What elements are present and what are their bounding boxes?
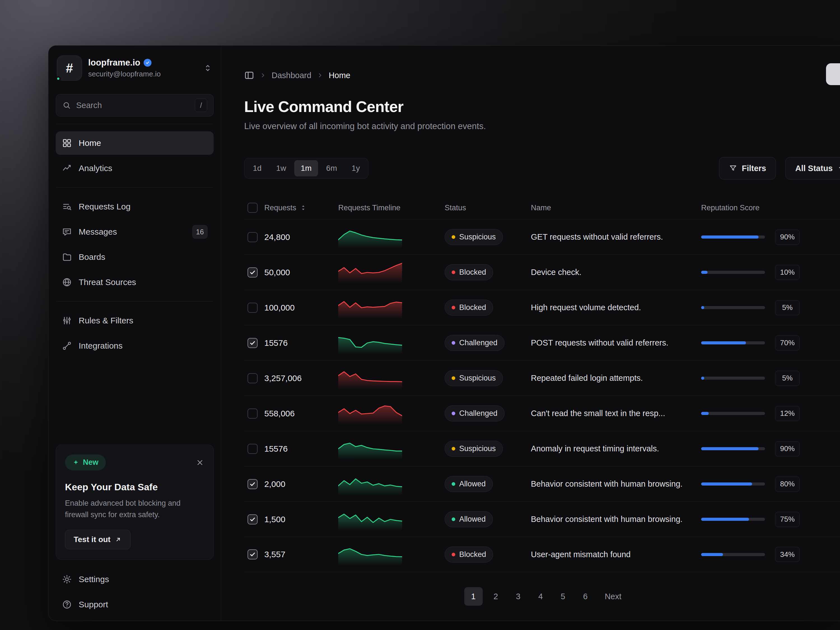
sidebar-item-analytics[interactable]: Analytics bbox=[56, 156, 214, 180]
reputation-score-badge: 70% bbox=[775, 335, 800, 351]
table-row[interactable]: 2,000 Allowed Behavior consistent with h… bbox=[244, 466, 840, 502]
page-button-3[interactable]: 3 bbox=[509, 587, 527, 606]
table-row[interactable]: 1,500 Allowed Behavior consistent with h… bbox=[244, 502, 840, 537]
range-tab-1w[interactable]: 1w bbox=[270, 160, 293, 177]
workspace-switcher[interactable]: # loopframe.io security@loopframe.io bbox=[56, 55, 214, 81]
requests-value: 15576 bbox=[264, 444, 336, 453]
reputation-score-badge: 90% bbox=[775, 230, 800, 245]
chevron-down-icon bbox=[837, 164, 840, 172]
select-all-checkbox[interactable] bbox=[248, 203, 257, 213]
row-checkbox[interactable] bbox=[248, 409, 257, 418]
close-icon[interactable] bbox=[196, 458, 204, 467]
requests-sparkline bbox=[338, 473, 442, 495]
requests-sparkline bbox=[338, 262, 442, 283]
requests-sparkline bbox=[338, 332, 442, 354]
sidebar-item-label: Support bbox=[79, 600, 108, 609]
top-right-cutoff-button[interactable] bbox=[826, 63, 840, 85]
table-row[interactable]: 24,800 Suspicious GET requests without v… bbox=[244, 219, 840, 254]
breadcrumb-dashboard[interactable]: Dashboard bbox=[272, 71, 311, 80]
sidebar-item-integrations[interactable]: Integrations bbox=[56, 334, 214, 358]
page-button-2[interactable]: 2 bbox=[486, 587, 505, 606]
search-field[interactable] bbox=[76, 101, 190, 110]
row-name: Anomaly in request timing intervals. bbox=[531, 444, 699, 453]
workspace-name: loopframe.io bbox=[88, 58, 140, 68]
table-row[interactable]: 3,557 Blocked User-agent mismatch found … bbox=[244, 537, 840, 572]
table-header-row: Requests Requests Timeline Status Name R… bbox=[244, 196, 840, 219]
table-row[interactable]: 15576 Suspicious Anomaly in request timi… bbox=[244, 431, 840, 466]
row-checkbox[interactable] bbox=[248, 444, 257, 454]
test-it-out-button[interactable]: Test it out bbox=[65, 530, 131, 549]
status-dot bbox=[452, 412, 455, 415]
sidebar-nav-workspace: Requests Log Messages 16 Boards Threat S… bbox=[56, 195, 214, 294]
sidebar-item-home[interactable]: Home bbox=[56, 131, 214, 155]
row-checkbox[interactable] bbox=[248, 338, 257, 348]
table-row[interactable]: 100,000 Blocked High request volume dete… bbox=[244, 290, 840, 325]
breadcrumb: Dashboard Home bbox=[244, 70, 840, 81]
sliders-icon bbox=[62, 316, 72, 326]
requests-table: Requests Requests Timeline Status Name R… bbox=[244, 196, 840, 572]
range-tab-1d[interactable]: 1d bbox=[246, 160, 268, 177]
table-row[interactable]: 50,000 Blocked Device check. 10% bbox=[244, 254, 840, 290]
reputation-progress bbox=[701, 306, 765, 309]
table-row[interactable]: 15576 Challenged POST requests without v… bbox=[244, 325, 840, 360]
row-checkbox[interactable] bbox=[248, 549, 257, 559]
status-badge: Suspicious bbox=[445, 441, 503, 457]
row-checkbox[interactable] bbox=[248, 479, 257, 489]
sidebar-item-messages[interactable]: Messages 16 bbox=[56, 220, 214, 243]
sidebar-item-support[interactable]: Support bbox=[56, 593, 214, 616]
page-title: Live Command Center bbox=[244, 98, 840, 116]
page-button-5[interactable]: 5 bbox=[554, 587, 572, 606]
sidebar-item-threat-sources[interactable]: Threat Sources bbox=[56, 270, 214, 294]
sidebar-item-settings[interactable]: Settings bbox=[56, 568, 214, 591]
unread-count-badge: 16 bbox=[193, 225, 207, 238]
chevron-updown-icon[interactable] bbox=[203, 63, 213, 73]
page-button-6[interactable]: 6 bbox=[576, 587, 595, 606]
sidebar-item-label: Home bbox=[79, 138, 101, 148]
range-tab-1y[interactable]: 1y bbox=[345, 160, 366, 177]
requests-value: 1,500 bbox=[264, 515, 336, 524]
reputation-progress bbox=[701, 447, 765, 450]
reputation-score-badge: 5% bbox=[775, 371, 800, 386]
row-checkbox[interactable] bbox=[248, 267, 257, 278]
next-page-button[interactable]: Next bbox=[598, 587, 628, 606]
status-dot bbox=[452, 306, 455, 309]
status-filter-button[interactable]: All Status bbox=[785, 157, 840, 180]
sparkle-icon bbox=[72, 459, 79, 466]
table-row[interactable]: 3,257,006 Suspicious Repeated failed log… bbox=[244, 360, 840, 396]
filters-button[interactable]: Filters bbox=[719, 157, 776, 180]
page-button-4[interactable]: 4 bbox=[531, 587, 550, 606]
status-dot bbox=[452, 376, 455, 380]
divider bbox=[56, 187, 213, 188]
requests-value: 100,000 bbox=[264, 303, 336, 313]
arrow-up-right-icon bbox=[115, 536, 122, 543]
sidebar-item-requests-log[interactable]: Requests Log bbox=[56, 195, 214, 218]
search-input[interactable]: / bbox=[56, 94, 214, 117]
breadcrumb-home[interactable]: Home bbox=[329, 71, 350, 80]
requests-value: 3,257,006 bbox=[264, 374, 336, 383]
integration-icon bbox=[62, 341, 72, 351]
row-checkbox[interactable] bbox=[248, 232, 257, 242]
sidebar-item-label: Integrations bbox=[79, 341, 123, 351]
sidebar-item-label: Settings bbox=[79, 575, 109, 584]
chart-icon bbox=[62, 163, 72, 173]
promo-body: Enable advanced bot blocking and firewal… bbox=[65, 497, 204, 520]
sidebar-item-label: Rules & Filters bbox=[79, 316, 133, 325]
sort-icon[interactable] bbox=[299, 204, 308, 212]
range-tab-1m[interactable]: 1m bbox=[294, 160, 318, 177]
page-button-1[interactable]: 1 bbox=[464, 587, 483, 606]
row-checkbox[interactable] bbox=[248, 514, 257, 524]
sidebar-item-rules-filters[interactable]: Rules & Filters bbox=[56, 309, 214, 332]
range-tab-6m[interactable]: 6m bbox=[320, 160, 344, 177]
table-row[interactable]: 558,006 Challenged Can't read the small … bbox=[244, 396, 840, 431]
panel-toggle-icon[interactable] bbox=[244, 70, 254, 81]
workspace-logo: # bbox=[57, 55, 82, 81]
requests-sparkline bbox=[338, 226, 442, 248]
row-checkbox[interactable] bbox=[248, 303, 257, 313]
help-icon bbox=[62, 600, 72, 609]
search-shortcut-key: / bbox=[195, 99, 207, 112]
toolbar: 1d1w1m6m1y Filters All Status bbox=[244, 157, 840, 180]
reputation-score-badge: 90% bbox=[775, 441, 800, 456]
pagination: 123456Next bbox=[244, 587, 840, 606]
row-checkbox[interactable] bbox=[248, 373, 257, 383]
sidebar-item-boards[interactable]: Boards bbox=[56, 245, 214, 269]
